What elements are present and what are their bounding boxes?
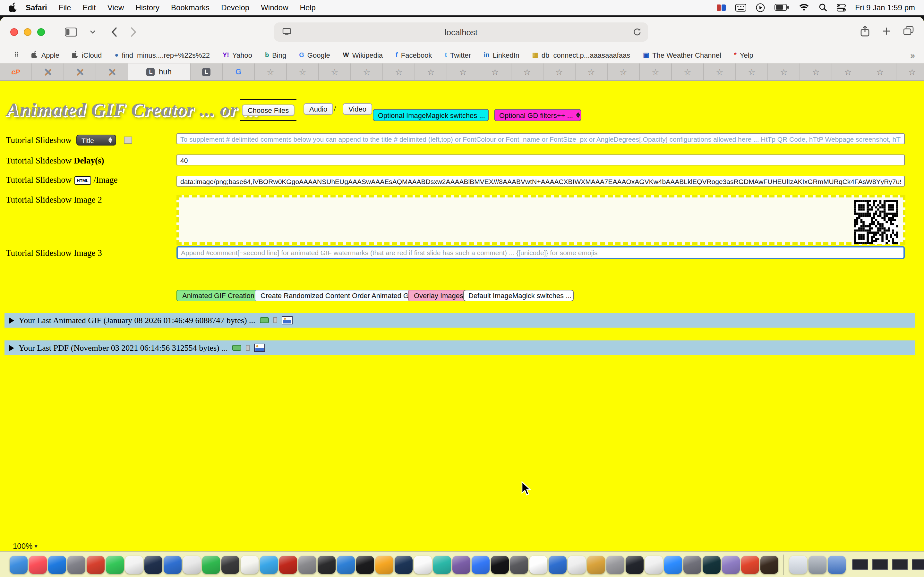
tab-huh-active[interactable]: L huh [128,63,191,80]
menu-bookmarks[interactable]: Bookmarks [171,3,210,12]
video-button[interactable]: Video [342,103,372,115]
disclosure-triangle-icon[interactable] [9,317,14,324]
dock-app-32[interactable] [606,556,624,574]
imagemagick-switches-select[interactable]: Optional ImageMagick switches ... [373,109,489,121]
tab-favorite[interactable]: ☆ [575,63,607,80]
randomized-gif-button[interactable]: Create Randomized Content Order Animated… [255,290,421,301]
last-animated-gif-section[interactable]: Your Last Animated GIF (January 08 2026 … [5,313,915,327]
dock-app-10[interactable] [183,556,201,574]
dock-app-21[interactable] [395,556,413,574]
menu-file[interactable]: File [59,3,71,12]
last-pdf-section[interactable]: Your Last PDF (November 03 2021 06:14:56… [5,340,915,355]
tab-google[interactable]: G [223,63,255,80]
tab-l[interactable]: L [191,63,223,80]
bookmark-db-connect-p-aaasaaa[interactable]: ▦db_connect.p...aaasaaafaas [526,51,636,59]
dock-app-19[interactable] [356,556,374,574]
dock-app-29[interactable] [549,556,567,574]
tab-favorite[interactable]: ☆ [415,63,447,80]
dock-app-filezilla[interactable] [279,556,297,574]
dock-app-18[interactable] [337,556,355,574]
tab-favorite[interactable]: ☆ [255,63,287,80]
back-button[interactable] [111,27,118,37]
tab-favorite[interactable]: ☆ [543,63,575,80]
tab-favorite[interactable]: ☆ [704,63,736,80]
dock-app-33[interactable] [626,556,644,574]
dock-app-11[interactable] [202,556,220,574]
dock-folder-1[interactable] [789,556,807,574]
tab-overview-icon[interactable] [903,26,914,38]
tab-favorite[interactable]: ☆ [640,63,672,80]
choose-files-button[interactable]: Choose Files [242,104,294,116]
minimize-window-button[interactable] [24,28,31,36]
green-indicator-icon[interactable] [260,318,269,323]
dock-app-12[interactable] [221,556,239,574]
dock-minimized-window[interactable] [852,559,868,570]
tab-favorite[interactable]: ☆ [287,63,319,80]
pinned-tab-tool-1[interactable] [32,63,64,80]
menu-window[interactable]: Window [261,3,288,12]
now-playing-icon[interactable] [756,3,764,12]
image-preview-icon[interactable] [282,316,292,324]
menu-develop[interactable]: Develop [221,3,249,12]
audio-button[interactable]: Audio [304,103,333,115]
green-indicator-icon[interactable] [232,345,241,351]
dock-folder-2[interactable] [809,556,827,574]
bookmark-twitter[interactable]: tTwitter [438,51,477,59]
dock-app-28[interactable] [529,556,548,574]
dock-app-9[interactable] [164,556,182,574]
image-preview-icon[interactable] [254,343,265,352]
reload-icon[interactable] [633,27,642,39]
menu-view[interactable]: View [107,3,124,12]
menu-safari[interactable]: Safari [26,3,47,12]
dock-app-23[interactable] [433,556,451,574]
dock-app-24[interactable] [452,556,470,574]
dock-minimized-window[interactable] [872,559,888,570]
delay-input[interactable] [176,155,905,165]
tab-favorite[interactable]: ☆ [479,63,511,80]
bookmark-facebook[interactable]: fFacebook [389,51,438,59]
tab-favorite[interactable]: ☆ [897,63,924,80]
dock-app-40[interactable] [760,556,779,574]
color-swatch-button[interactable] [124,137,132,143]
animated-gif-creation-button[interactable]: Animated GIF Creation [176,290,260,301]
menu-edit[interactable]: Edit [82,3,95,12]
dock-app-chrome[interactable] [664,556,682,574]
pinned-tab-tool-3[interactable] [96,63,128,80]
input-source-icon[interactable] [716,3,725,11]
dock-app-39[interactable] [741,556,759,574]
title-select[interactable]: Title [76,135,116,145]
pinned-tab-cpanel[interactable]: cP [0,63,32,80]
bookmark-yelp[interactable]: *Yelp [728,51,760,59]
image2-dropzone[interactable] [176,195,905,245]
image-data-input[interactable] [176,176,905,187]
bookmark-the-weather-channel[interactable]: ▣The Weather Channel [636,51,728,59]
tab-favorite[interactable]: ☆ [864,63,897,80]
dock-app-36[interactable] [683,556,701,574]
default-imagemagick-select[interactable]: Default ImageMagick switches ... [463,290,573,301]
bookmark-grid[interactable]: ⠿ [8,52,25,58]
dock-app-37[interactable] [703,556,720,574]
zoom-control[interactable]: 100% ▾ [13,542,37,551]
overlay-images-button[interactable]: Overlay Images [408,290,469,301]
gd-filters-select[interactable]: Optional GD filters++ ... [494,109,582,121]
apple-menu-icon[interactable] [9,3,17,12]
menu-history[interactable]: History [136,3,160,12]
tab-favorite[interactable]: ☆ [511,63,543,80]
html-badge[interactable]: HTML [74,176,91,185]
bookmark-bing[interactable]: bBing [258,51,292,59]
dock-app-5[interactable] [87,556,105,574]
close-window-button[interactable] [10,28,18,36]
dock-app-7[interactable] [125,556,143,574]
tab-favorite[interactable]: ☆ [672,63,704,80]
pinned-tab-tool-2[interactable] [64,63,96,80]
dock-app-finder[interactable] [10,556,27,574]
small-gray-icon[interactable] [273,318,277,323]
bookmark-linkedin[interactable]: inLinkedIn [477,51,526,59]
spotlight-search-icon[interactable] [819,3,827,11]
tab-favorite[interactable]: ☆ [800,63,832,80]
dock-app-34[interactable] [645,556,663,574]
address-bar[interactable]: localhost [274,23,648,42]
dock-app-27[interactable] [510,556,528,574]
dock-app-8[interactable] [144,556,162,574]
slideshow-title-input[interactable] [176,133,905,144]
